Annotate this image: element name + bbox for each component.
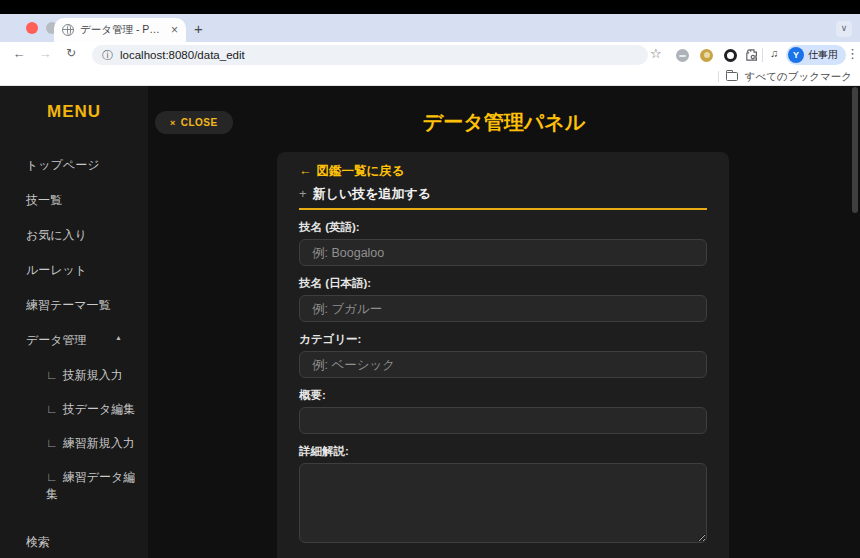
reload-button[interactable]: ↻ bbox=[62, 46, 80, 60]
detail-textarea[interactable] bbox=[299, 463, 707, 543]
window-top-strip bbox=[0, 0, 860, 14]
tab-title: データ管理 - POPダンス図鑑 bbox=[80, 23, 165, 37]
branch-icon: ∟ bbox=[46, 436, 58, 450]
form-heading: +新しい技を追加する bbox=[299, 186, 707, 210]
sidebar-title: MENU bbox=[0, 102, 148, 122]
sidebar-subitem-label: 練習新規入力 bbox=[63, 436, 135, 450]
sidebar-subitem-practice-new[interactable]: ∟練習新規入力 bbox=[0, 426, 148, 460]
sidebar-menu: トップページ 技一覧 お気に入り ルーレット 練習テーマ一覧 データ管理 ▲ bbox=[0, 148, 148, 558]
field-name-ja: 技名 (日本語): bbox=[299, 277, 707, 322]
main-content: × CLOSE データ管理パネル ←図鑑一覧に戻る +新しい技を追加する 技名 … bbox=[148, 86, 860, 558]
scrollbar-thumb[interactable] bbox=[852, 87, 858, 213]
plus-icon: + bbox=[299, 186, 307, 201]
extensions-puzzle-icon[interactable] bbox=[745, 48, 759, 66]
extension-icon[interactable] bbox=[724, 49, 737, 62]
sidebar-subitem-label: 練習データ編集 bbox=[46, 470, 135, 501]
address-bar[interactable]: ⓘ localhost:8080/data_edit bbox=[92, 45, 648, 65]
browser-menu-icon[interactable]: ⋮ bbox=[846, 46, 859, 61]
sidebar-item-label: 練習テーマ一覧 bbox=[26, 298, 111, 312]
branch-icon: ∟ bbox=[46, 402, 58, 416]
globe-favicon-icon bbox=[62, 24, 74, 36]
media-controls-icon[interactable]: ♫ bbox=[770, 47, 777, 59]
page-content: MENU トップページ 技一覧 お気に入り ルーレット 練習テーマ一覧 bbox=[0, 86, 860, 558]
name-en-input[interactable] bbox=[299, 239, 707, 266]
left-arrow-icon: ← bbox=[299, 164, 312, 178]
browser-window: データ管理 - POPダンス図鑑 × + ∨ ← → ↻ ⓘ localhost… bbox=[0, 0, 860, 558]
forward-button: → bbox=[36, 46, 54, 61]
profile-name: 仕事用 bbox=[808, 48, 838, 62]
browser-toolbar: ← → ↻ ⓘ localhost:8080/data_edit ☆ ♫ Y 仕… bbox=[0, 42, 860, 68]
field-label: 技名 (英語): bbox=[299, 221, 707, 234]
sidebar-item-label: ルーレット bbox=[26, 263, 87, 277]
toolbar-divider bbox=[762, 48, 763, 62]
field-label: 詳細解説: bbox=[299, 445, 707, 458]
tab-search-chevron-icon[interactable]: ∨ bbox=[836, 21, 852, 37]
field-detail: 詳細解説: bbox=[299, 445, 707, 547]
sidebar-item-search[interactable]: 検索 bbox=[0, 525, 148, 558]
category-input[interactable] bbox=[299, 351, 707, 378]
all-bookmarks-button[interactable]: すべてのブックマーク bbox=[745, 70, 852, 84]
tab-close-icon[interactable]: × bbox=[171, 23, 178, 37]
back-to-zukan-link[interactable]: ←図鑑一覧に戻る bbox=[299, 163, 707, 179]
sidebar: MENU トップページ 技一覧 お気に入り ルーレット 練習テーマ一覧 bbox=[0, 86, 148, 558]
folder-icon bbox=[726, 72, 738, 81]
extension-icon[interactable] bbox=[676, 49, 689, 62]
bookmarks-divider bbox=[718, 71, 719, 82]
close-window-button[interactable] bbox=[26, 22, 38, 34]
sidebar-item-favorites[interactable]: お気に入り bbox=[0, 218, 148, 253]
bookmark-star-icon[interactable]: ☆ bbox=[650, 46, 662, 61]
profile-avatar: Y bbox=[788, 47, 804, 63]
branch-icon: ∟ bbox=[46, 470, 58, 484]
page-title: データ管理パネル bbox=[148, 109, 860, 136]
field-category: カテゴリー: bbox=[299, 333, 707, 378]
summary-input[interactable] bbox=[299, 407, 707, 434]
collapse-triangle-icon[interactable]: ▲ bbox=[115, 334, 122, 341]
sidebar-subitem-waza-edit[interactable]: ∟技データ編集 bbox=[0, 392, 148, 426]
field-summary: 概要: bbox=[299, 389, 707, 434]
bookmarks-bar: すべてのブックマーク bbox=[0, 68, 860, 86]
field-label: カテゴリー: bbox=[299, 333, 707, 346]
sidebar-item-label: 検索 bbox=[26, 535, 50, 549]
sidebar-item-top-page[interactable]: トップページ bbox=[0, 148, 148, 183]
back-link-label: 図鑑一覧に戻る bbox=[317, 164, 405, 178]
sidebar-item-data-management[interactable]: データ管理 ▲ bbox=[0, 323, 148, 358]
sidebar-subitem-label: 技データ編集 bbox=[63, 402, 136, 416]
sidebar-item-practice-themes[interactable]: 練習テーマ一覧 bbox=[0, 288, 148, 323]
profile-chip[interactable]: Y 仕事用 bbox=[786, 45, 846, 65]
site-info-icon[interactable]: ⓘ bbox=[102, 48, 113, 63]
add-waza-form-card: ←図鑑一覧に戻る +新しい技を追加する 技名 (英語): 技名 (日本語): カ… bbox=[277, 152, 729, 558]
sidebar-subitem-practice-edit[interactable]: ∟練習データ編集 bbox=[0, 460, 148, 511]
tab-strip: データ管理 - POPダンス図鑑 × + ∨ bbox=[0, 14, 860, 42]
sidebar-item-label: お気に入り bbox=[26, 228, 87, 242]
sidebar-item-label: トップページ bbox=[26, 158, 99, 172]
sidebar-subitem-label: 技新規入力 bbox=[63, 368, 123, 382]
new-tab-button[interactable]: + bbox=[194, 22, 203, 36]
sidebar-item-label: 技一覧 bbox=[26, 193, 62, 207]
browser-tab[interactable]: データ管理 - POPダンス図鑑 × bbox=[54, 18, 186, 42]
branch-icon: ∟ bbox=[46, 368, 58, 382]
field-name-en: 技名 (英語): bbox=[299, 221, 707, 266]
sidebar-subitem-waza-new[interactable]: ∟技新規入力 bbox=[0, 358, 148, 392]
field-label: 概要: bbox=[299, 389, 707, 402]
back-button[interactable]: ← bbox=[10, 46, 28, 61]
url-text[interactable]: localhost:8080/data_edit bbox=[120, 49, 245, 61]
form-heading-label: 新しい技を追加する bbox=[313, 186, 432, 201]
field-label: 技名 (日本語): bbox=[299, 277, 707, 290]
sidebar-item-waza-list[interactable]: 技一覧 bbox=[0, 183, 148, 218]
sidebar-item-roulette[interactable]: ルーレット bbox=[0, 253, 148, 288]
sidebar-item-label: データ管理 bbox=[26, 333, 87, 347]
page-scrollbar[interactable] bbox=[852, 86, 858, 558]
name-ja-input[interactable] bbox=[299, 295, 707, 322]
extension-icon[interactable] bbox=[700, 49, 713, 62]
